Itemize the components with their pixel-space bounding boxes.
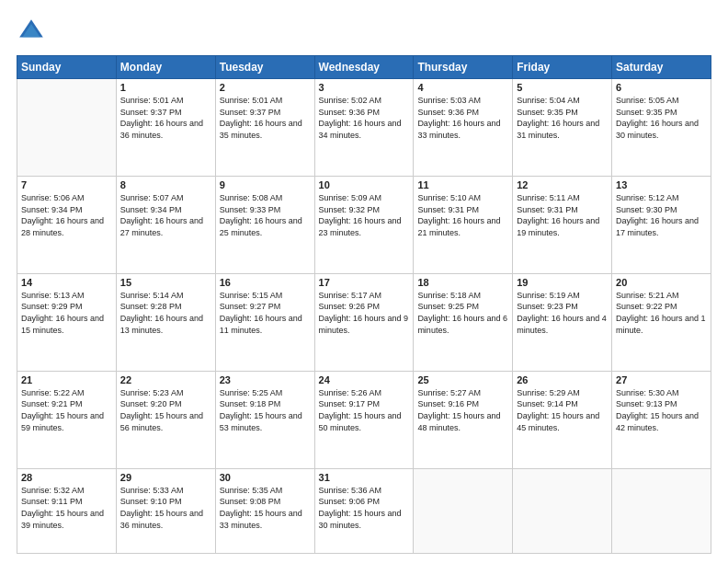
day-number: 18 xyxy=(417,277,508,288)
calendar-cell xyxy=(612,468,711,553)
calendar-cell: 13Sunrise: 5:12 AMSunset: 9:30 PMDayligh… xyxy=(612,176,711,273)
day-number: 24 xyxy=(319,374,410,385)
day-info: Sunrise: 5:21 AMSunset: 9:22 PMDaylight:… xyxy=(616,290,707,336)
calendar-cell: 10Sunrise: 5:09 AMSunset: 9:32 PMDayligh… xyxy=(314,176,414,273)
day-info: Sunrise: 5:23 AMSunset: 9:20 PMDaylight:… xyxy=(120,387,211,433)
day-info: Sunrise: 5:33 AMSunset: 9:10 PMDaylight:… xyxy=(120,485,211,531)
day-number: 28 xyxy=(21,472,112,483)
day-info: Sunrise: 5:30 AMSunset: 9:13 PMDaylight:… xyxy=(616,387,707,433)
day-number: 9 xyxy=(220,179,311,190)
day-info: Sunrise: 5:32 AMSunset: 9:11 PMDaylight:… xyxy=(21,485,112,531)
day-info: Sunrise: 5:06 AMSunset: 9:34 PMDaylight:… xyxy=(21,192,112,238)
day-number: 31 xyxy=(319,472,410,483)
day-number: 6 xyxy=(616,82,707,93)
calendar-week-row: 1Sunrise: 5:01 AMSunset: 9:37 PMDaylight… xyxy=(17,79,711,177)
day-number: 29 xyxy=(120,472,211,483)
day-info: Sunrise: 5:18 AMSunset: 9:25 PMDaylight:… xyxy=(417,290,508,336)
calendar-cell: 6Sunrise: 5:05 AMSunset: 9:35 PMDaylight… xyxy=(612,79,711,177)
calendar-week-row: 21Sunrise: 5:22 AMSunset: 9:21 PMDayligh… xyxy=(17,371,711,468)
day-info: Sunrise: 5:08 AMSunset: 9:33 PMDaylight:… xyxy=(220,192,311,238)
day-number: 15 xyxy=(120,277,211,288)
calendar-week-row: 28Sunrise: 5:32 AMSunset: 9:11 PMDayligh… xyxy=(17,468,711,553)
day-info: Sunrise: 5:29 AMSunset: 9:14 PMDaylight:… xyxy=(517,387,608,433)
weekday-header-row: SundayMondayTuesdayWednesdayThursdayFrid… xyxy=(17,56,711,79)
calendar-cell: 1Sunrise: 5:01 AMSunset: 9:37 PMDaylight… xyxy=(116,79,215,177)
calendar-cell: 28Sunrise: 5:32 AMSunset: 9:11 PMDayligh… xyxy=(17,468,117,553)
calendar-cell: 20Sunrise: 5:21 AMSunset: 9:22 PMDayligh… xyxy=(612,273,711,371)
day-number: 16 xyxy=(220,277,311,288)
weekday-header: Wednesday xyxy=(314,56,414,79)
calendar-cell: 9Sunrise: 5:08 AMSunset: 9:33 PMDaylight… xyxy=(215,176,314,273)
day-number: 4 xyxy=(417,82,508,93)
day-info: Sunrise: 5:14 AMSunset: 9:28 PMDaylight:… xyxy=(120,290,211,336)
calendar-cell: 4Sunrise: 5:03 AMSunset: 9:36 PMDaylight… xyxy=(414,79,513,177)
day-number: 27 xyxy=(616,374,707,385)
calendar-cell xyxy=(513,468,612,553)
day-number: 25 xyxy=(417,374,508,385)
weekday-header: Monday xyxy=(116,56,215,79)
day-number: 17 xyxy=(319,277,410,288)
day-number: 19 xyxy=(517,277,608,288)
logo xyxy=(17,17,50,46)
day-number: 13 xyxy=(616,179,707,190)
calendar-cell: 26Sunrise: 5:29 AMSunset: 9:14 PMDayligh… xyxy=(513,371,612,468)
day-info: Sunrise: 5:15 AMSunset: 9:27 PMDaylight:… xyxy=(220,290,311,336)
day-number: 30 xyxy=(220,472,311,483)
day-info: Sunrise: 5:22 AMSunset: 9:21 PMDaylight:… xyxy=(21,387,112,433)
day-number: 10 xyxy=(319,179,410,190)
day-number: 11 xyxy=(417,179,508,190)
day-number: 12 xyxy=(517,179,608,190)
calendar-cell: 27Sunrise: 5:30 AMSunset: 9:13 PMDayligh… xyxy=(612,371,711,468)
weekday-header: Thursday xyxy=(414,56,513,79)
day-number: 14 xyxy=(21,277,112,288)
calendar-cell: 21Sunrise: 5:22 AMSunset: 9:21 PMDayligh… xyxy=(17,371,117,468)
page: SundayMondayTuesdayWednesdayThursdayFrid… xyxy=(0,0,728,563)
calendar-cell xyxy=(414,468,513,553)
day-info: Sunrise: 5:17 AMSunset: 9:26 PMDaylight:… xyxy=(319,290,410,336)
day-info: Sunrise: 5:01 AMSunset: 9:37 PMDaylight:… xyxy=(220,95,311,141)
calendar-cell: 16Sunrise: 5:15 AMSunset: 9:27 PMDayligh… xyxy=(215,273,314,371)
calendar-cell: 25Sunrise: 5:27 AMSunset: 9:16 PMDayligh… xyxy=(414,371,513,468)
calendar-cell: 14Sunrise: 5:13 AMSunset: 9:29 PMDayligh… xyxy=(17,273,117,371)
day-info: Sunrise: 5:01 AMSunset: 9:37 PMDaylight:… xyxy=(120,95,211,141)
calendar-cell: 15Sunrise: 5:14 AMSunset: 9:28 PMDayligh… xyxy=(116,273,215,371)
day-info: Sunrise: 5:09 AMSunset: 9:32 PMDaylight:… xyxy=(319,192,410,238)
logo-icon xyxy=(17,17,46,46)
day-info: Sunrise: 5:19 AMSunset: 9:23 PMDaylight:… xyxy=(517,290,608,336)
day-number: 22 xyxy=(120,374,211,385)
day-info: Sunrise: 5:12 AMSunset: 9:30 PMDaylight:… xyxy=(616,192,707,238)
day-number: 26 xyxy=(517,374,608,385)
day-info: Sunrise: 5:03 AMSunset: 9:36 PMDaylight:… xyxy=(417,95,508,141)
day-info: Sunrise: 5:10 AMSunset: 9:31 PMDaylight:… xyxy=(417,192,508,238)
day-info: Sunrise: 5:27 AMSunset: 9:16 PMDaylight:… xyxy=(417,387,508,433)
calendar-cell: 17Sunrise: 5:17 AMSunset: 9:26 PMDayligh… xyxy=(314,273,414,371)
calendar-cell: 7Sunrise: 5:06 AMSunset: 9:34 PMDaylight… xyxy=(17,176,117,273)
calendar-cell xyxy=(17,79,117,177)
day-info: Sunrise: 5:11 AMSunset: 9:31 PMDaylight:… xyxy=(517,192,608,238)
calendar-cell: 30Sunrise: 5:35 AMSunset: 9:08 PMDayligh… xyxy=(215,468,314,553)
day-number: 21 xyxy=(21,374,112,385)
day-info: Sunrise: 5:36 AMSunset: 9:06 PMDaylight:… xyxy=(319,485,410,531)
day-number: 23 xyxy=(220,374,311,385)
day-info: Sunrise: 5:25 AMSunset: 9:18 PMDaylight:… xyxy=(220,387,311,433)
day-info: Sunrise: 5:13 AMSunset: 9:29 PMDaylight:… xyxy=(21,290,112,336)
calendar-cell: 23Sunrise: 5:25 AMSunset: 9:18 PMDayligh… xyxy=(215,371,314,468)
day-number: 3 xyxy=(319,82,410,93)
day-number: 1 xyxy=(120,82,211,93)
day-number: 20 xyxy=(616,277,707,288)
weekday-header: Saturday xyxy=(612,56,711,79)
calendar-cell: 5Sunrise: 5:04 AMSunset: 9:35 PMDaylight… xyxy=(513,79,612,177)
calendar-cell: 11Sunrise: 5:10 AMSunset: 9:31 PMDayligh… xyxy=(414,176,513,273)
day-number: 2 xyxy=(220,82,311,93)
calendar-week-row: 14Sunrise: 5:13 AMSunset: 9:29 PMDayligh… xyxy=(17,273,711,371)
calendar-cell: 19Sunrise: 5:19 AMSunset: 9:23 PMDayligh… xyxy=(513,273,612,371)
day-number: 8 xyxy=(120,179,211,190)
calendar-table: SundayMondayTuesdayWednesdayThursdayFrid… xyxy=(17,55,711,554)
calendar-cell: 3Sunrise: 5:02 AMSunset: 9:36 PMDaylight… xyxy=(314,79,414,177)
day-info: Sunrise: 5:02 AMSunset: 9:36 PMDaylight:… xyxy=(319,95,410,141)
weekday-header: Friday xyxy=(513,56,612,79)
weekday-header: Tuesday xyxy=(215,56,314,79)
calendar-cell: 12Sunrise: 5:11 AMSunset: 9:31 PMDayligh… xyxy=(513,176,612,273)
day-info: Sunrise: 5:35 AMSunset: 9:08 PMDaylight:… xyxy=(220,485,311,531)
calendar-week-row: 7Sunrise: 5:06 AMSunset: 9:34 PMDaylight… xyxy=(17,176,711,273)
